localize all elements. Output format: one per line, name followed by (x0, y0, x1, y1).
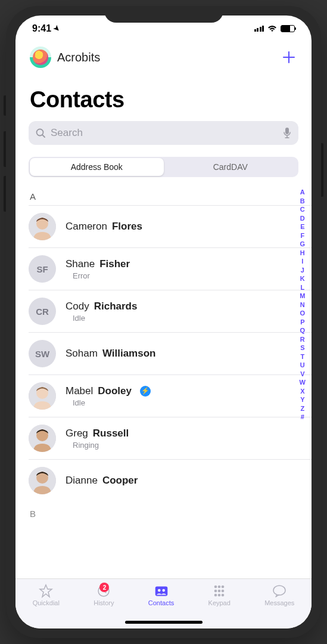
alpha-index-letter[interactable]: Z (300, 404, 306, 413)
alpha-index-letter[interactable]: H (300, 249, 306, 258)
avatar-photo (29, 425, 56, 452)
svg-point-21 (214, 594, 217, 597)
home-indicator[interactable] (125, 621, 203, 624)
signal-icon (254, 26, 264, 32)
wifi-icon (267, 25, 277, 32)
svg-point-22 (218, 594, 221, 597)
alpha-index-letter[interactable]: O (300, 309, 306, 318)
svg-point-24 (273, 586, 285, 595)
alpha-index-letter[interactable]: P (300, 318, 306, 327)
contact-first-name: Mabel (66, 385, 93, 397)
alpha-index-letter[interactable]: J (300, 266, 306, 275)
alpha-index-letter[interactable]: E (300, 222, 306, 231)
tab-address-book[interactable]: Address Book (30, 158, 164, 176)
alpha-index-letter[interactable]: T (300, 352, 306, 361)
contact-last-name: Flores (112, 221, 142, 233)
tab-label: Messages (264, 599, 294, 606)
avatar-photo (29, 213, 56, 240)
contact-last-name: Russell (93, 428, 129, 439)
contact-status: Idle (66, 314, 288, 323)
tab-bar: QuickdialHistory2ContactsKeypadMessages (15, 578, 312, 628)
search-placeholder: Search (51, 127, 278, 139)
add-contact-button[interactable] (281, 49, 297, 66)
contact-last-name: Dooley (98, 385, 132, 397)
contact-row[interactable]: SFShane FisherError (29, 247, 312, 290)
svg-point-18 (214, 590, 217, 593)
svg-point-15 (214, 586, 217, 589)
contact-status: Ringing (66, 441, 288, 450)
tab-keypad[interactable]: Keypad (208, 584, 231, 606)
svg-rect-2 (285, 128, 289, 134)
tab-contacts[interactable]: Contacts (148, 584, 174, 606)
tab-history[interactable]: History2 (94, 584, 114, 606)
contact-status: Idle (66, 398, 288, 407)
messages-icon (271, 584, 288, 598)
quickdial-icon (38, 584, 54, 598)
tab-messages[interactable]: Messages (264, 584, 294, 606)
alpha-index-letter[interactable]: X (300, 387, 306, 396)
alpha-index-letter[interactable]: R (300, 335, 306, 344)
search-icon (36, 128, 46, 138)
contact-last-name: Fisher (99, 258, 130, 270)
alpha-index-letter[interactable]: N (300, 301, 306, 309)
alpha-index-letter[interactable]: L (300, 283, 306, 292)
section-header: A (29, 187, 312, 205)
contact-row[interactable]: CRCody RichardsIdle (29, 290, 312, 332)
svg-point-14 (162, 589, 165, 592)
alpha-index-letter[interactable]: Y (300, 395, 306, 404)
avatar-initials: SW (29, 340, 56, 367)
alpha-index-letter[interactable]: B (300, 197, 306, 206)
contact-last-name: Cooper (102, 475, 138, 487)
alpha-index-letter[interactable]: M (300, 292, 306, 301)
alpha-index-letter[interactable]: F (300, 231, 306, 240)
alpha-index-letter[interactable]: S (300, 343, 306, 352)
tab-label: Contacts (148, 599, 174, 606)
tab-carddav[interactable]: CardDAV (164, 158, 298, 176)
svg-point-13 (157, 589, 160, 592)
alpha-index-letter[interactable]: A (300, 188, 306, 197)
contact-last-name: Williamson (102, 348, 156, 360)
section-header: B (29, 501, 312, 522)
verified-badge-icon: ⚡ (140, 386, 151, 397)
contact-row[interactable]: Cameron Flores (29, 205, 312, 247)
alpha-index-letter[interactable]: G (300, 240, 306, 249)
contact-row[interactable]: SWSoham Williamson (29, 332, 312, 374)
contact-row[interactable]: Mabel Dooley⚡Idle (29, 374, 312, 417)
page-title: Contacts (15, 73, 312, 119)
contact-row[interactable]: Greg RussellRinging (29, 417, 312, 459)
alpha-index-letter[interactable]: K (300, 274, 306, 283)
contact-first-name: Dianne (66, 475, 98, 487)
alpha-index-letter[interactable]: V (300, 370, 306, 379)
contact-last-name: Richards (94, 301, 138, 312)
alpha-index-letter[interactable]: C (300, 205, 306, 214)
keypad-icon (211, 584, 228, 598)
alpha-index[interactable]: ABCDEFGHIJKLMNOPQRSTUVWXYZ# (300, 188, 306, 422)
brand-name: Acrobits (57, 51, 100, 64)
svg-line-1 (42, 135, 45, 137)
avatar-initials: CR (29, 298, 56, 325)
avatar-initials: SF (29, 255, 56, 283)
contact-first-name: Greg (66, 428, 88, 439)
contact-first-name: Cody (66, 301, 89, 312)
alpha-index-letter[interactable]: U (300, 361, 306, 370)
status-time: 9:41 (32, 23, 51, 34)
alpha-index-letter[interactable]: W (300, 378, 306, 387)
alpha-index-letter[interactable]: Q (300, 326, 306, 335)
contacts-icon (153, 584, 170, 598)
tab-quickdial[interactable]: Quickdial (33, 584, 60, 606)
alpha-index-letter[interactable]: # (300, 413, 306, 422)
avatar-photo (29, 382, 56, 410)
contact-first-name: Shane (66, 258, 95, 270)
contact-first-name: Soham (66, 348, 98, 360)
svg-point-19 (218, 590, 221, 593)
search-input[interactable]: Search (29, 121, 298, 145)
tab-label: Quickdial (33, 599, 60, 606)
app-logo-icon (30, 47, 51, 68)
alpha-index-letter[interactable]: I (300, 257, 306, 266)
microphone-icon[interactable] (283, 127, 291, 139)
avatar-photo (29, 467, 56, 494)
contact-row[interactable]: Dianne Cooper (29, 459, 312, 501)
svg-point-23 (222, 594, 225, 597)
alpha-index-letter[interactable]: D (300, 214, 306, 223)
tab-label: History (94, 599, 114, 606)
